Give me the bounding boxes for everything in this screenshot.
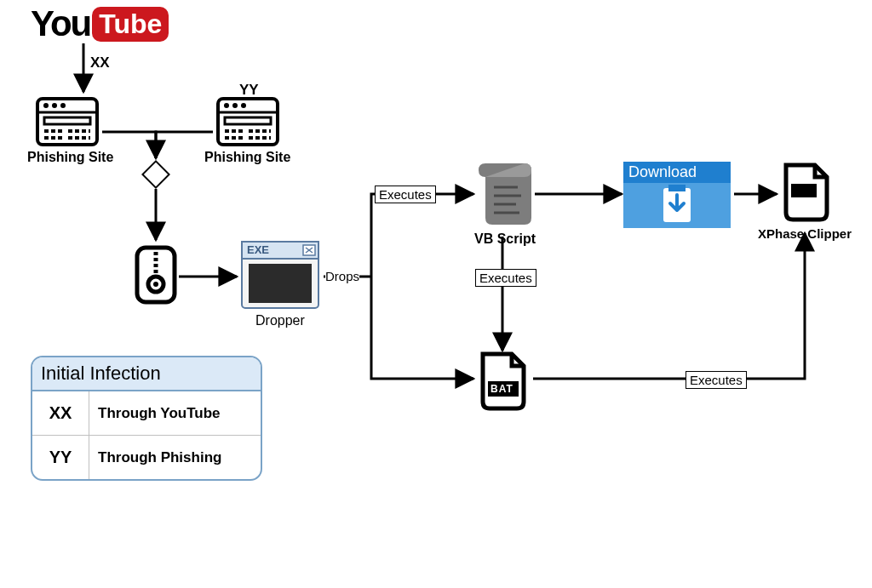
download-box: Download (623, 162, 731, 228)
xphase-label: XPhase Clipper (758, 226, 852, 241)
svg-point-31 (153, 282, 158, 287)
svg-point-20 (232, 103, 238, 108)
phishing-site-left (34, 95, 100, 148)
download-label: Download (623, 162, 731, 183)
edge-label-executes-xphase: Executes (686, 371, 747, 389)
svg-rect-27 (142, 161, 169, 187)
svg-rect-22 (225, 117, 271, 124)
download-icon (623, 183, 731, 227)
edge-label-executes-vbs: Executes (375, 186, 436, 203)
legend-key: YY (32, 436, 89, 479)
youtube-logo: You Tube (31, 3, 169, 44)
svg-point-11 (60, 103, 66, 108)
legend-row: YY Through Phishing (32, 435, 261, 479)
legend-title: Initial Infection (32, 357, 261, 391)
svg-point-9 (43, 103, 49, 108)
edge-label-executes-bat: Executes (475, 269, 536, 287)
phishing-site-right-label: Phishing Site (204, 150, 290, 165)
edge-label-drops: Drops (325, 269, 359, 283)
legend-value: Through Phishing (89, 437, 261, 478)
bat-file-icon: BAT (476, 351, 531, 412)
youtube-tube: Tube (92, 7, 169, 42)
svg-rect-37 (249, 264, 312, 303)
dropper-exe-icon: EXE (240, 240, 320, 310)
browser-window-icon (215, 95, 281, 148)
svg-point-21 (241, 103, 246, 108)
svg-rect-12 (44, 117, 90, 124)
legend-key: XX (32, 391, 89, 435)
svg-point-10 (52, 103, 57, 108)
legend-value: Through YouTube (89, 393, 261, 434)
bat-badge: BAT (490, 383, 513, 395)
phishing-site-right (215, 95, 281, 148)
svg-rect-45 (791, 184, 817, 197)
diagram-canvas: You Tube XX YY Phishing Site (0, 0, 872, 588)
youtube-you: You (31, 3, 90, 44)
browser-window-icon (34, 95, 100, 148)
vbscript-icon (475, 158, 535, 230)
xphase-file-icon (779, 162, 834, 223)
exe-badge: EXE (247, 243, 269, 256)
edge-label-xx: XX (90, 54, 110, 71)
arrows-layer (0, 0, 872, 588)
dropper-label: Dropper (255, 313, 305, 328)
svg-rect-44 (668, 185, 686, 191)
gateway-diamond (141, 159, 171, 190)
vbscript-label: VB Script (474, 231, 536, 247)
phishing-site-left-label: Phishing Site (27, 150, 113, 165)
svg-point-19 (224, 103, 229, 108)
legend-row: XX Through YouTube (32, 391, 261, 435)
legend-table: Initial Infection XX Through YouTube YY … (31, 356, 262, 481)
zip-archive-icon (133, 243, 179, 306)
